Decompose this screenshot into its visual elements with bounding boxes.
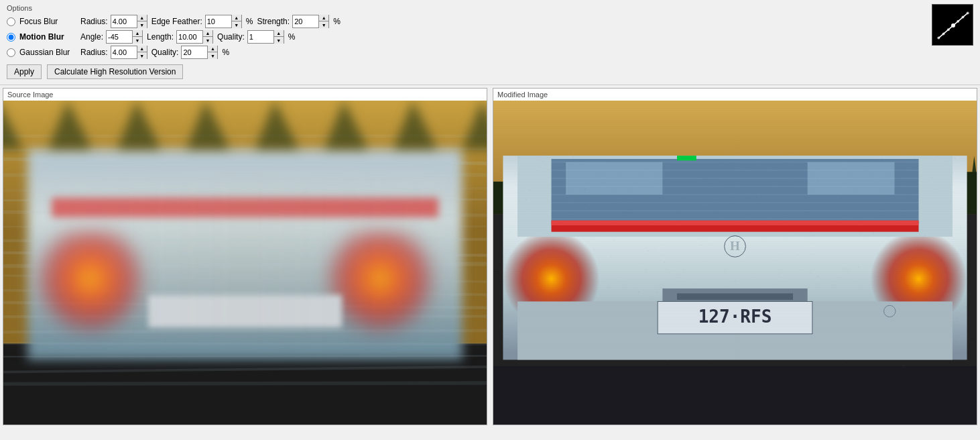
focus-feather-value[interactable] <box>206 15 231 28</box>
motion-angle-up[interactable]: ▲ <box>133 30 142 37</box>
focus-radius-label: Radius: <box>80 17 108 26</box>
motion-angle-down[interactable]: ▼ <box>133 37 142 44</box>
source-image-title: Source Image <box>3 89 487 101</box>
focus-strength-up[interactable]: ▲ <box>319 15 328 21</box>
blur-options: Focus Blur Radius: ▲ ▼ Edge Feather: <box>7 15 973 59</box>
motion-blur-preview-icon <box>932 4 973 46</box>
modified-image-title: Modified Image <box>493 89 977 101</box>
focus-feather-group: Edge Feather: ▲ ▼ % <box>151 15 253 28</box>
motion-length-up[interactable]: ▲ <box>203 30 212 37</box>
motion-length-spinners: ▲ ▼ <box>202 30 212 44</box>
motion-quality-group: Quality: ▲ ▼ % <box>217 30 295 44</box>
gaussian-blur-row: Gaussian Blur Radius: ▲ ▼ Quality: <box>7 46 973 59</box>
gaussian-quality-label: Quality: <box>151 48 179 57</box>
gaussian-blur-label: Gaussian Blur <box>19 48 76 57</box>
motion-length-group: Length: ▲ ▼ <box>147 30 213 44</box>
source-canvas <box>3 101 487 425</box>
focus-feather-label: Edge Feather: <box>151 17 202 26</box>
motion-quality-value[interactable] <box>248 31 273 43</box>
calc-button[interactable]: Calculate High Resolution Version <box>47 64 183 79</box>
motion-angle-spinners: ▲ ▼ <box>132 30 142 44</box>
gaussian-quality-group: Quality: ▲ ▼ % <box>151 46 229 59</box>
focus-feather-percent: % <box>246 17 253 26</box>
focus-feather-spinners: ▲ ▼ <box>231 15 241 28</box>
motion-quality-input[interactable]: ▲ ▼ <box>247 30 284 44</box>
gaussian-radius-value[interactable] <box>111 46 137 58</box>
gaussian-radius-down[interactable]: ▼ <box>137 52 147 59</box>
motion-quality-down[interactable]: ▼ <box>274 37 284 44</box>
focus-radius-spinners: ▲ ▼ <box>137 15 147 28</box>
focus-strength-spinners: ▲ ▼ <box>318 15 328 28</box>
focus-feather-input[interactable]: ▲ ▼ <box>205 15 242 28</box>
options-title: Options <box>7 4 973 12</box>
motion-blur-row: Motion Blur Angle: ▲ ▼ Length: <box>7 30 973 44</box>
gaussian-quality-input[interactable]: ▲ ▼ <box>181 46 218 59</box>
motion-angle-label: Angle: <box>80 32 103 42</box>
focus-blur-radio[interactable] <box>7 17 15 26</box>
focus-strength-group: Strength: ▲ ▼ % <box>257 15 340 28</box>
apply-button[interactable]: Apply <box>7 64 42 79</box>
gaussian-quality-down[interactable]: ▼ <box>208 52 217 59</box>
gaussian-radius-input[interactable]: ▲ ▼ <box>111 46 147 59</box>
motion-blur-label: Motion Blur <box>19 32 76 42</box>
focus-feather-down[interactable]: ▼ <box>232 21 241 28</box>
focus-radius-input[interactable]: ▲ ▼ <box>111 15 147 28</box>
options-panel: Options Focus Blur Radius: ▲ ▼ <box>0 0 980 85</box>
gaussian-quality-spinners: ▲ ▼ <box>207 46 217 59</box>
gaussian-radius-group: Radius: ▲ ▼ <box>80 46 147 59</box>
source-image-panel: Source Image <box>3 88 487 425</box>
gaussian-quality-percent: % <box>222 48 229 57</box>
focus-strength-input[interactable]: ▲ ▼ <box>292 15 329 28</box>
gaussian-radius-spinners: ▲ ▼ <box>137 46 147 59</box>
focus-strength-percent: % <box>333 17 341 26</box>
source-image-display <box>3 101 487 425</box>
focus-radius-group: Radius: ▲ ▼ <box>80 15 147 28</box>
gaussian-quality-up[interactable]: ▲ <box>208 46 217 52</box>
motion-length-value[interactable] <box>177 31 202 43</box>
focus-radius-value[interactable] <box>111 15 137 28</box>
motion-angle-value[interactable] <box>107 31 132 43</box>
motion-blur-radio[interactable] <box>7 33 15 42</box>
images-row: Source Image Modified Image <box>0 85 980 428</box>
motion-quality-percent: % <box>288 32 296 42</box>
gaussian-radius-up[interactable]: ▲ <box>137 46 147 52</box>
gaussian-radius-label: Radius: <box>80 48 108 57</box>
focus-strength-label: Strength: <box>257 17 290 26</box>
motion-length-label: Length: <box>147 32 174 42</box>
motion-quality-label: Quality: <box>217 32 245 42</box>
motion-angle-input[interactable]: ▲ ▼ <box>106 30 143 44</box>
motion-quality-up[interactable]: ▲ <box>274 30 284 37</box>
gaussian-quality-value[interactable] <box>182 46 207 58</box>
preview-canvas <box>932 5 973 46</box>
focus-strength-down[interactable]: ▼ <box>319 21 328 28</box>
motion-angle-group: Angle: ▲ ▼ <box>80 30 143 44</box>
focus-blur-label: Focus Blur <box>19 17 76 26</box>
focus-radius-down[interactable]: ▼ <box>137 21 147 28</box>
focus-strength-value[interactable] <box>293 15 318 28</box>
gaussian-blur-radio[interactable] <box>7 48 15 57</box>
motion-length-down[interactable]: ▼ <box>203 37 212 44</box>
motion-quality-spinners: ▲ ▼ <box>273 30 284 44</box>
modified-image-panel: Modified Image <box>493 88 977 425</box>
actions-row: Apply Calculate High Resolution Version <box>7 64 973 79</box>
modified-canvas <box>493 101 977 425</box>
modified-image-display <box>493 101 977 425</box>
focus-feather-up[interactable]: ▲ <box>232 15 241 21</box>
focus-blur-row: Focus Blur Radius: ▲ ▼ Edge Feather: <box>7 15 973 28</box>
motion-length-input[interactable]: ▲ ▼ <box>176 30 213 44</box>
focus-radius-up[interactable]: ▲ <box>137 15 147 21</box>
